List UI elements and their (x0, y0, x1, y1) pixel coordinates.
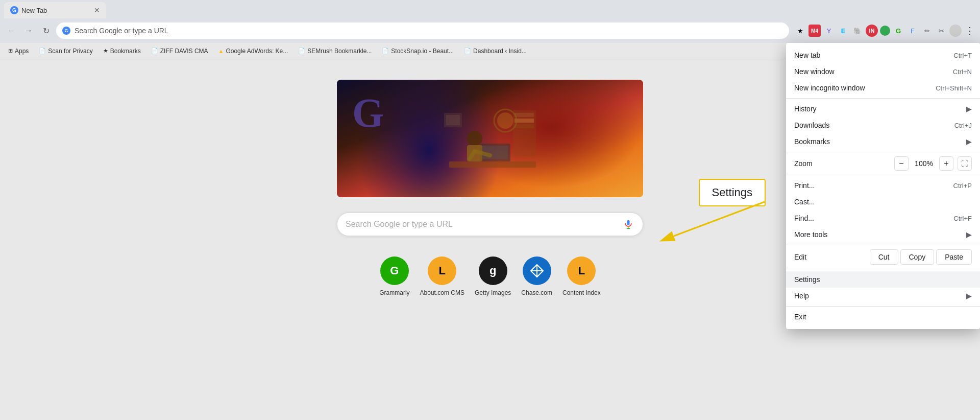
bookmark-star-icon[interactable]: ★ (794, 25, 806, 37)
cut-button[interactable]: Cut (870, 249, 898, 265)
ext-yahoo[interactable]: Y (823, 25, 835, 37)
paste-button[interactable]: Paste (936, 249, 972, 265)
bookmarks-arrow-icon: ▶ (966, 137, 972, 146)
tab-close[interactable]: ✕ (94, 6, 100, 14)
bookmark-semrush[interactable]: 📄 SEMrush Bookmarkle... (294, 46, 376, 56)
semrush-icon: 📄 (298, 48, 305, 54)
callout-label: Settings (712, 186, 753, 199)
getty-label: Getty Images (475, 289, 511, 296)
menu-zoom-row: Zoom − 100% + ⛶ (786, 154, 980, 173)
edit-label: Edit (794, 253, 870, 261)
zoom-out-button[interactable]: − (894, 156, 909, 171)
bookmark-scan-privacy[interactable]: 📄 Scan for Privacy (35, 46, 96, 56)
ext-mission-control[interactable]: M4 (808, 25, 821, 37)
getty-icon: g (479, 256, 507, 285)
extensions-area: ★ M4 Y E 🐘 IN G F ✏ ✂ ⋮ (794, 25, 976, 37)
search-box[interactable]: Search Google or type a URL (337, 213, 643, 236)
aboutcom-label: About.com CMS (420, 289, 464, 296)
edit-row: Edit Cut Copy Paste (786, 247, 980, 267)
svg-rect-8 (514, 113, 534, 117)
google-icon: G (62, 27, 70, 35)
tab-bar: G New Tab ✕ (0, 0, 980, 18)
menu-item-settings[interactable]: Settings (786, 271, 980, 288)
active-tab[interactable]: G New Tab ✕ (4, 2, 106, 18)
bookmark-bookmarks[interactable]: ★ Bookmarks (99, 46, 145, 56)
address-bar[interactable]: G Search Google or type a URL (56, 22, 789, 39)
menu-item-find[interactable]: Find... Ctrl+F (786, 210, 980, 226)
menu-item-more-tools[interactable]: More tools ▶ (786, 226, 980, 243)
menu-divider-3 (786, 175, 980, 175)
zoom-fullscreen-button[interactable]: ⛶ (958, 156, 972, 171)
shortcut-grammarly[interactable]: G Grammarly (379, 256, 409, 296)
svg-rect-9 (514, 119, 534, 123)
bookmarks-star-icon: ★ (103, 48, 108, 54)
search-input[interactable]: Search Google or type a URL (346, 220, 622, 229)
bookmark-apps[interactable]: ⊞ Apps (4, 46, 33, 56)
ziff-davis-label: ZIFF DAVIS CMA (160, 48, 208, 55)
menu-item-print[interactable]: Print... Ctrl+P (786, 177, 980, 194)
reload-button[interactable]: ↻ (39, 24, 53, 38)
forward-button[interactable]: → (21, 24, 36, 38)
zoom-value-display: 100% (911, 159, 937, 168)
profile-avatar[interactable] (949, 25, 962, 37)
search-box-container: Search Google or type a URL (337, 213, 643, 236)
chrome-menu: New tab Ctrl+T New window Ctrl+N New inc… (786, 43, 980, 329)
menu-item-new-window[interactable]: New window Ctrl+N (786, 63, 980, 80)
menu-item-history[interactable]: History ▶ (786, 101, 980, 117)
bookmarks-label: Bookmarks (110, 48, 141, 55)
content-index-icon: L (567, 256, 596, 285)
chrome-menu-button[interactable]: ⋮ (964, 25, 976, 37)
ext-evernote2[interactable]: 🐘 (851, 25, 864, 37)
back-button[interactable]: ← (4, 24, 18, 38)
shortcuts-row: G Grammarly L About.com CMS g Getty Imag… (379, 256, 601, 296)
shortcut-chase[interactable]: Chase.com (521, 256, 552, 296)
doodle-figure (439, 100, 541, 192)
settings-callout: Settings (699, 179, 766, 206)
bookmark-ziff-davis[interactable]: 📄 ZIFF DAVIS CMA (147, 46, 212, 56)
shortcut-aboutcom[interactable]: L About.com CMS (420, 256, 464, 296)
svg-rect-0 (449, 161, 536, 168)
svg-rect-12 (446, 115, 460, 125)
menu-divider-2 (786, 152, 980, 152)
menu-item-new-tab[interactable]: New tab Ctrl+T (786, 47, 980, 63)
copy-button[interactable]: Copy (900, 249, 935, 265)
dashboard-icon: 📄 (464, 48, 471, 54)
scan-privacy-icon: 📄 (39, 48, 46, 54)
bookmark-dashboard[interactable]: 📄 Dashboard ‹ Insid... (460, 46, 531, 56)
shortcut-content-index[interactable]: L Content Index (562, 256, 601, 296)
grammarly-label: Grammarly (379, 289, 409, 296)
mic-icon[interactable] (622, 218, 634, 230)
menu-item-new-incognito[interactable]: New incognito window Ctrl+Shift+N (786, 80, 980, 96)
stocksnap-label: StockSnap.io - Beaut... (391, 48, 454, 55)
aboutcom-icon: L (428, 256, 456, 285)
ext-pencil[interactable]: ✏ (921, 25, 933, 37)
chase-icon (523, 256, 551, 285)
menu-divider-6 (786, 306, 980, 307)
menu-item-bookmarks[interactable]: Bookmarks ▶ (786, 133, 980, 150)
menu-divider-1 (786, 98, 980, 99)
menu-item-downloads[interactable]: Downloads Ctrl+J (786, 117, 980, 133)
apps-grid-icon: ⊞ (8, 48, 13, 54)
more-tools-arrow-icon: ▶ (966, 230, 972, 239)
svg-point-3 (467, 131, 482, 146)
bookmark-stocksnap[interactable]: 📄 StockSnap.io - Beaut... (378, 46, 458, 56)
ext-blue[interactable]: F (906, 25, 919, 37)
ext-grammarly[interactable]: G (892, 25, 904, 37)
bookmark-google-adwords[interactable]: ▲ Google AdWords: Ke... (214, 46, 292, 56)
svg-point-14 (497, 112, 513, 129)
svg-rect-10 (514, 124, 534, 128)
menu-item-exit[interactable]: Exit (786, 309, 980, 325)
ext-green[interactable] (880, 26, 890, 36)
history-arrow-icon: ▶ (966, 105, 972, 113)
zoom-in-button[interactable]: + (939, 156, 953, 171)
doodle-letter-g: G (352, 90, 384, 136)
menu-item-help[interactable]: Help ▶ (786, 288, 980, 304)
shortcut-getty[interactable]: g Getty Images (475, 256, 511, 296)
apps-label: Apps (15, 48, 29, 55)
ext-evernote[interactable]: E (837, 25, 849, 37)
address-text: Search Google or type a URL (75, 27, 168, 35)
ext-scissors[interactable]: ✂ (935, 25, 947, 37)
ext-in[interactable]: IN (866, 25, 878, 37)
svg-rect-15 (627, 220, 630, 225)
menu-item-cast[interactable]: Cast... (786, 194, 980, 210)
